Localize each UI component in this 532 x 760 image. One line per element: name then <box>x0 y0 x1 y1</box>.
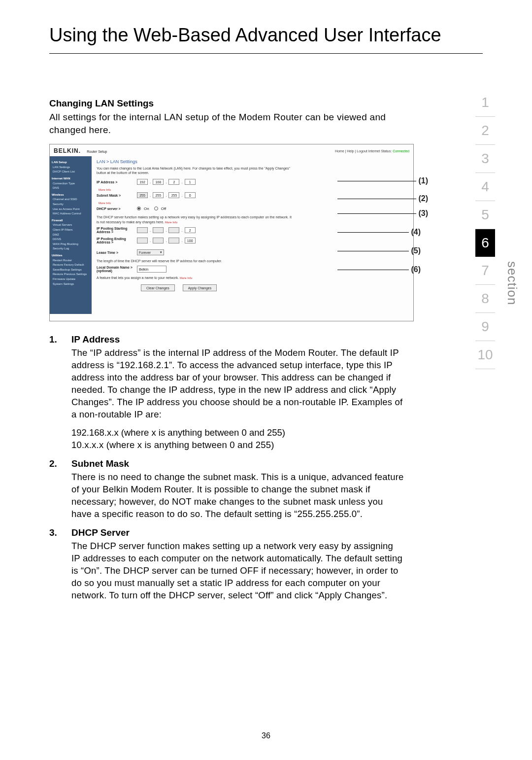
pool-start-2[interactable] <box>153 227 164 233</box>
pool-start-1[interactable] <box>137 227 148 233</box>
internet-status: Connected <box>393 149 409 153</box>
subnet-mask-label: Subnet Mask > <box>97 194 135 197</box>
pool-end-3[interactable] <box>168 238 179 243</box>
dhcp-on-radio[interactable] <box>137 207 141 210</box>
item-extra-1a: 192.168.x.x (where x is anything between… <box>71 427 404 439</box>
mask-octet-4[interactable]: 0 <box>185 192 196 198</box>
item-number-2: 2. <box>49 458 71 520</box>
clear-changes-button[interactable]: Clear Changes <box>141 284 175 291</box>
ip-octet-4[interactable]: 1 <box>185 179 196 185</box>
ip-address-label: IP Address > <box>97 180 135 184</box>
callout-4: (4) <box>411 228 421 236</box>
page-description: You can make changes to the Local Area N… <box>97 166 294 175</box>
item-body-dhcp-server: The DHCP server function makes setting u… <box>71 540 404 602</box>
pool-end-1[interactable] <box>137 238 148 243</box>
pool-start-4[interactable]: 2 <box>185 227 196 233</box>
intro-paragraph: All settings for the internal LAN setup … <box>49 111 404 136</box>
subheading-changing-lan: Changing LAN Settings <box>49 98 404 109</box>
page-number: 36 <box>0 731 532 740</box>
sidebar-nav[interactable]: LAN Setup LAN Settings DHCP Client List … <box>50 156 92 314</box>
brand-logo: BELKIN. <box>54 147 81 154</box>
item-title-subnet-mask: Subnet Mask <box>71 458 404 469</box>
list-item: 3. DHCP Server The DHCP server function … <box>49 527 404 602</box>
mask-octet-3[interactable]: 255 <box>168 192 179 198</box>
router-admin-screenshot: BELKIN. Router Setup Home | Help | Logou… <box>49 144 414 321</box>
section-nav-2[interactable]: 2 <box>475 117 495 145</box>
item-body-ip-address: The “IP address” is the internal IP addr… <box>71 347 404 421</box>
pool-end-label: IP Pooling Ending Address > <box>97 237 135 244</box>
item-number-3: 3. <box>49 527 71 602</box>
section-nav-6[interactable]: 6 <box>475 229 495 257</box>
callout-6: (6) <box>411 266 421 274</box>
section-nav-5[interactable]: 5 <box>475 201 495 229</box>
item-title-ip-address: IP Address <box>71 334 404 345</box>
section-label: section <box>504 261 520 305</box>
lease-time-select[interactable]: Forever▾ <box>137 249 164 255</box>
mask-octet-1[interactable]: 255 <box>137 192 148 198</box>
list-item: 2. Subnet Mask There is no need to chang… <box>49 458 404 520</box>
pool-end-4[interactable]: 100 <box>185 238 196 243</box>
lease-time-label: Lease Time > <box>97 251 135 254</box>
dhcp-off-radio[interactable] <box>154 207 158 210</box>
section-nav-9[interactable]: 9 <box>475 313 495 341</box>
mask-octet-2[interactable]: 255 <box>153 192 164 198</box>
section-nav-1[interactable]: 1 <box>475 89 495 117</box>
item-body-subnet-mask: There is no need to change the subnet ma… <box>71 471 404 520</box>
item-number-1: 1. <box>49 334 71 451</box>
section-nav-8[interactable]: 8 <box>475 285 495 313</box>
ip-octet-1[interactable]: 192 <box>137 179 148 185</box>
callout-3: (3) <box>418 209 428 217</box>
item-extra-1b: 10.x.x.x (where x is anything between 0 … <box>71 439 404 451</box>
local-domain-input[interactable]: Belkin <box>137 266 166 273</box>
section-nav-10[interactable]: 10 <box>475 341 495 369</box>
apply-changes-button[interactable]: Apply Changes <box>183 284 217 291</box>
pool-start-label: IP Pooling Starting Address > <box>97 227 135 234</box>
ip-octet-3[interactable]: 2 <box>168 179 179 185</box>
section-nav-7[interactable]: 7 <box>475 257 495 285</box>
breadcrumb: LAN > LAN Setttings <box>97 159 408 164</box>
local-domain-label: Local Domain Name > (optional) <box>97 266 135 273</box>
domain-description: A feature that lets you assign a name to… <box>97 276 294 280</box>
page-title: Using the Web-Based Advanced User Interf… <box>49 25 483 54</box>
pool-start-3[interactable] <box>168 227 179 233</box>
item-title-dhcp-server: DHCP Server <box>71 527 404 538</box>
top-linkbar: Home | Help | Logout Internet Status: Co… <box>335 149 409 153</box>
header-subtitle: Router Setup <box>87 150 107 153</box>
callout-5: (5) <box>411 247 421 255</box>
section-nav-3[interactable]: 3 <box>475 145 495 173</box>
lease-description: The length of time the DHCP server will … <box>97 259 294 263</box>
pool-end-2[interactable] <box>153 238 164 243</box>
dhcp-description: The DHCP server function makes setting u… <box>97 215 294 224</box>
section-nav-4[interactable]: 4 <box>475 173 495 201</box>
dhcp-server-label: DHCP server > <box>97 207 135 210</box>
list-item: 1. IP Address The “IP address” is the in… <box>49 334 404 451</box>
ip-octet-2[interactable]: 168 <box>153 179 164 185</box>
section-nav: 1 2 3 4 5 6 7 8 9 10 <box>468 89 502 369</box>
chevron-down-icon: ▾ <box>160 250 162 254</box>
callout-2: (2) <box>418 195 428 203</box>
callout-1: (1) <box>418 177 428 185</box>
